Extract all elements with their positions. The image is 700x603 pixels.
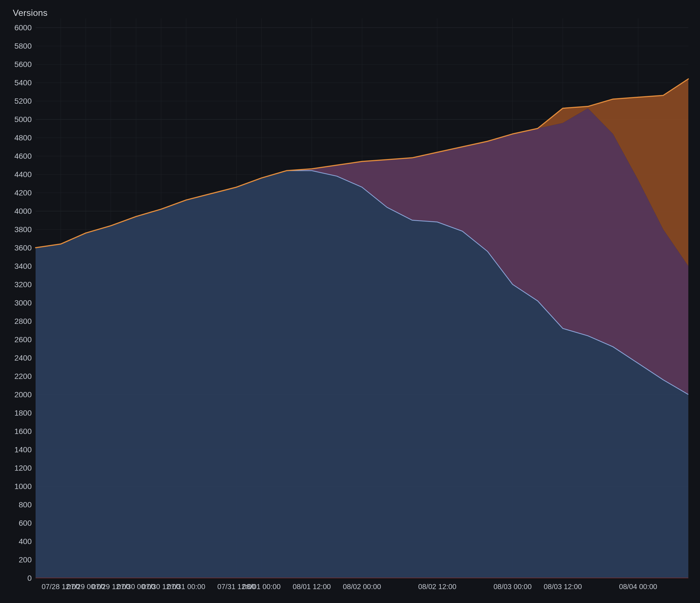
y-tick-label: 4200 (15, 189, 32, 197)
x-tick-label: 08/03 00:00 (494, 582, 531, 591)
x-axis: 07/28 12:0007/29 00:0007/29 12:0007/30 0… (42, 582, 657, 591)
y-tick-label: 0 (27, 574, 32, 582)
y-tick-label: 3800 (15, 225, 32, 234)
y-tick-label: 2400 (15, 354, 32, 362)
y-tick-label: 1000 (15, 482, 32, 491)
y-tick-label: 2200 (15, 372, 32, 381)
x-tick-label: 08/04 00:00 (619, 582, 657, 591)
y-tick-label: 4800 (15, 133, 32, 142)
y-tick-label: 400 (19, 537, 32, 546)
x-tick-label: 08/02 00:00 (343, 582, 381, 591)
x-tick-label: 08/02 12:00 (418, 582, 456, 591)
x-tick-label: 07/31 00:00 (167, 582, 205, 591)
y-tick-label: 3000 (15, 299, 32, 307)
chart-area[interactable]: 0200400600800100012001400160018002000220… (8, 17, 692, 595)
stacked-area-chart[interactable]: 0200400600800100012001400160018002000220… (8, 17, 692, 595)
y-tick-label: 4000 (15, 207, 32, 216)
y-tick-label: 3400 (15, 262, 32, 271)
y-tick-label: 2800 (15, 317, 32, 326)
y-tick-label: 200 (19, 555, 32, 564)
y-tick-label: 2600 (15, 335, 32, 344)
chart-panel: Versions 0200400600800100012001400160018… (0, 0, 700, 603)
y-tick-label: 6000 (15, 23, 32, 32)
y-tick-label: 5200 (15, 97, 32, 105)
y-tick-label: 5800 (15, 42, 32, 50)
x-tick-label: 08/01 12:00 (293, 582, 331, 591)
y-tick-label: 4400 (15, 170, 32, 179)
y-tick-label: 1600 (15, 427, 32, 436)
y-tick-label: 1200 (15, 464, 32, 472)
x-tick-label: 08/03 12:00 (544, 582, 582, 591)
y-tick-label: 600 (19, 519, 32, 527)
y-tick-label: 800 (19, 500, 32, 509)
y-tick-label: 1800 (15, 409, 32, 417)
x-tick-label: 08/01 00:00 (243, 582, 280, 591)
y-tick-label: 3600 (15, 244, 32, 252)
y-tick-label: 2000 (15, 390, 32, 399)
y-axis: 0200400600800100012001400160018002000220… (15, 23, 32, 582)
y-tick-label: 4600 (15, 152, 32, 160)
y-tick-label: 5400 (15, 78, 32, 87)
y-tick-label: 3200 (15, 280, 32, 289)
y-tick-label: 1400 (15, 445, 32, 454)
y-tick-label: 5600 (15, 60, 32, 69)
y-tick-label: 5000 (15, 115, 32, 124)
